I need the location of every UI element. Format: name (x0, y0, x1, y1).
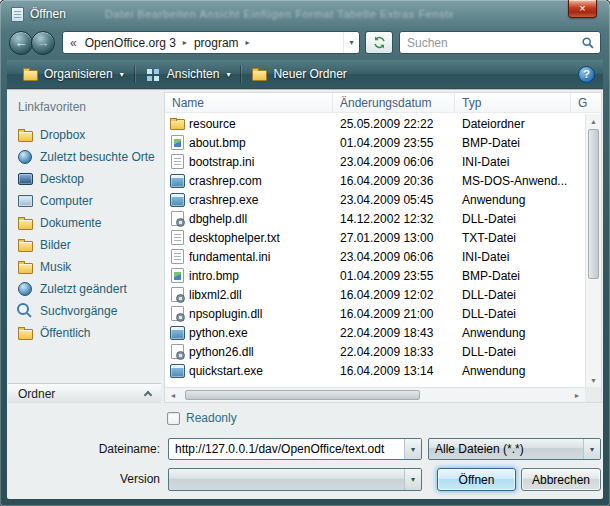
file-type-icon (169, 154, 185, 170)
file-date: 16.04.2009 12:02 (333, 288, 455, 302)
folders-expander[interactable]: Ordner (8, 383, 161, 403)
column-header-name[interactable]: Name (165, 93, 333, 112)
file-type: Anwendung (455, 326, 585, 340)
search-input[interactable] (405, 35, 581, 51)
help-button[interactable]: ? (578, 66, 595, 83)
filename-label: Dateiname: (47, 438, 160, 460)
file-type-icon (169, 211, 185, 227)
file-name: npsoplugin.dll (189, 307, 262, 321)
chevron-down-icon: ▾ (120, 70, 124, 79)
horizontal-scroll-thumb[interactable] (185, 390, 420, 400)
sidebar-item[interactable]: Öffentlich (8, 322, 161, 344)
breadcrumb-segment-root[interactable]: OpenOffice.org 3 (82, 36, 179, 50)
file-list: Name Änderungsdatum Typ G resource 25.05… (164, 92, 602, 403)
column-header-date[interactable]: Änderungsdatum (333, 93, 455, 112)
chevron-up-icon (144, 391, 152, 399)
back-arrow-icon: ← (15, 35, 28, 50)
version-combobox[interactable]: ▾ (168, 468, 422, 491)
sidebar-items: Dropbox Zuletzt besuchte Orte Desktop (8, 124, 161, 344)
new-folder-button[interactable]: Neuer Ordner (244, 64, 353, 85)
breadcrumb-segment-program[interactable]: program (191, 36, 242, 50)
version-dropdown-button[interactable]: ▾ (404, 469, 421, 490)
open-button[interactable]: Öffnen (437, 468, 516, 491)
sidebar-item[interactable]: Musik (8, 256, 161, 278)
scroll-up-arrow[interactable]: ▲ (586, 114, 601, 128)
vertical-scrollbar[interactable]: ▲ ▼ (585, 114, 601, 387)
readonly-option: Readonly (167, 411, 237, 425)
open-file-dialog: Datei Bearbeiten Ansicht Einfügen Format… (0, 0, 610, 506)
sidebar-item-icon (17, 127, 33, 143)
file-name: quickstart.exe (189, 364, 263, 378)
scroll-down-arrow[interactable]: ▼ (586, 373, 601, 387)
crumb-arrow-icon[interactable]: ▸ (242, 38, 254, 47)
refresh-button[interactable] (365, 31, 393, 54)
table-row[interactable]: about.bmp 01.04.2009 23:55 BMP-Datei (165, 133, 585, 152)
table-row[interactable]: fundamental.ini 23.04.2009 06:06 INI-Dat… (165, 247, 585, 266)
file-type: Dateiordner (455, 117, 585, 131)
sidebar-item[interactable]: Bilder (8, 234, 161, 256)
cancel-button[interactable]: Abbrechen (521, 468, 601, 491)
file-date: 22.04.2009 18:43 (333, 326, 455, 340)
table-row[interactable]: resource 25.05.2009 22:22 Dateiordner (165, 114, 585, 133)
scroll-left-arrow[interactable]: ◄ (165, 388, 181, 402)
titlebar: Datei Bearbeiten Ansicht Einfügen Format… (7, 0, 603, 28)
vertical-scroll-thumb[interactable] (588, 129, 599, 279)
table-row[interactable]: crashrep.com 16.04.2009 20:36 MS-DOS-Anw… (165, 171, 585, 190)
readonly-checkbox[interactable] (167, 412, 180, 425)
sidebar-item[interactable]: Suchvorgänge (8, 300, 161, 322)
table-row[interactable]: dbghelp.dll 14.12.2002 12:32 DLL-Datei (165, 209, 585, 228)
organize-button[interactable]: Organisieren ▾ (15, 64, 131, 85)
sidebar-item[interactable]: Dokumente (8, 212, 161, 234)
sidebar-item-icon (17, 149, 33, 165)
filetype-combobox[interactable]: Alle Dateien (*.*) ▾ (428, 438, 601, 460)
forward-button[interactable]: → (31, 31, 55, 55)
breadcrumb[interactable]: « OpenOffice.org 3 ▸ program ▸ ▾ (62, 31, 360, 54)
search-box (399, 31, 601, 54)
column-header-size[interactable]: G (571, 93, 601, 112)
sidebar-item[interactable]: Computer (8, 190, 161, 212)
file-rows: resource 25.05.2009 22:22 Dateiordner ab… (165, 114, 585, 387)
breadcrumb-collapse-chevrons[interactable]: « (63, 36, 82, 50)
command-toolbar: Organisieren ▾ Ansichten ▾ Neuer Ordner … (7, 59, 603, 89)
table-row[interactable]: python26.dll 22.04.2009 18:33 DLL-Datei (165, 342, 585, 361)
window-title: Öffnen (30, 7, 66, 21)
new-folder-label: Neuer Ordner (273, 67, 346, 81)
sidebar-item-label: Musik (40, 260, 71, 274)
filename-input[interactable] (169, 441, 404, 457)
address-dropdown-button[interactable]: ▾ (343, 32, 359, 53)
version-row: Version ▾ Öffnen Abbrechen (7, 468, 603, 491)
file-name: python.exe (189, 326, 248, 340)
table-row[interactable]: quickstart.exe 16.04.2009 13:14 Anwendun… (165, 361, 585, 380)
scroll-right-arrow[interactable]: ► (569, 388, 585, 402)
table-row[interactable]: python.exe 22.04.2009 18:43 Anwendung (165, 323, 585, 342)
sidebar-item-label: Zuletzt geändert (40, 282, 127, 296)
sidebar-item-label: Zuletzt besuchte Orte (40, 150, 155, 164)
back-button[interactable]: ← (9, 31, 33, 55)
column-headers: Name Änderungsdatum Typ G (165, 93, 601, 113)
sidebar-item-icon (17, 237, 33, 253)
table-row[interactable]: intro.bmp 01.04.2009 23:55 BMP-Datei (165, 266, 585, 285)
background-app-menu: Datei Bearbeiten Ansicht Einfügen Format… (105, 8, 453, 20)
sidebar-item[interactable]: Desktop (8, 168, 161, 190)
close-button[interactable]: × (568, 0, 597, 18)
sidebar-item-label: Bilder (40, 238, 71, 252)
table-row[interactable]: bootstrap.ini 23.04.2009 06:06 INI-Datei (165, 152, 585, 171)
table-row[interactable]: desktophelper.txt 27.01.2009 13:00 TXT-D… (165, 228, 585, 247)
sidebar-item-label: Suchvorgänge (40, 304, 117, 318)
filetype-dropdown-button[interactable]: ▾ (583, 439, 600, 459)
table-row[interactable]: crashrep.exe 23.04.2009 05:45 Anwendung (165, 190, 585, 209)
filename-dropdown-button[interactable]: ▾ (404, 439, 421, 459)
horizontal-scrollbar[interactable]: ◄ ► (165, 387, 585, 402)
sidebar-item[interactable]: Zuletzt geändert (8, 278, 161, 300)
table-row[interactable]: npsoplugin.dll 16.04.2009 21:00 DLL-Date… (165, 304, 585, 323)
sidebar-item[interactable]: Zuletzt besuchte Orte (8, 146, 161, 168)
sidebar-item[interactable]: Dropbox (8, 124, 161, 146)
sidebar-header: Linkfavoriten (8, 92, 161, 114)
file-date: 23.04.2009 06:06 (333, 250, 455, 264)
table-row[interactable]: libxml2.dll 16.04.2009 12:02 DLL-Datei (165, 285, 585, 304)
views-button[interactable]: Ansichten ▾ (138, 64, 238, 85)
toolbar-separator (134, 65, 135, 83)
file-date: 16.04.2009 13:14 (333, 364, 455, 378)
crumb-arrow-icon[interactable]: ▸ (179, 38, 191, 47)
column-header-type[interactable]: Typ (455, 93, 571, 112)
